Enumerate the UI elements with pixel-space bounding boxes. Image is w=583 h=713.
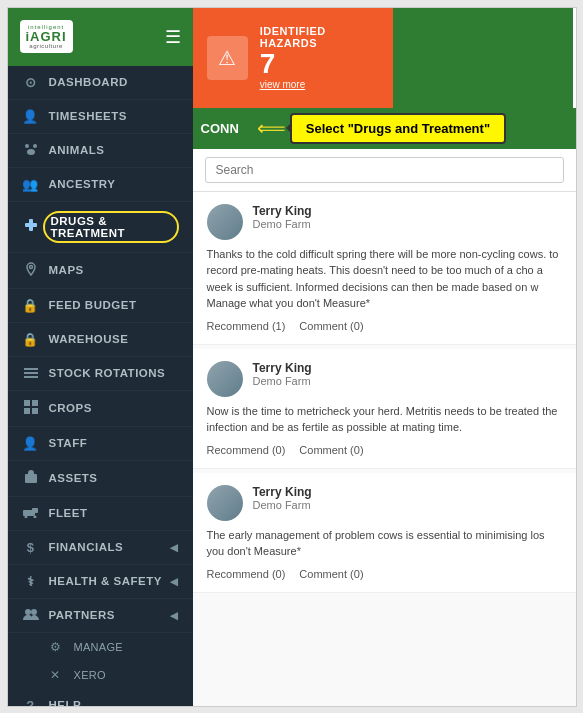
sidebar-item-maps[interactable]: MAPS (8, 253, 193, 289)
sidebar-item-label: FINANCIALS (49, 541, 124, 553)
svg-point-0 (25, 144, 29, 148)
sidebar-item-financials[interactable]: $ FINANCIALS ◀ (8, 531, 193, 565)
sidebar-item-label: MAPS (49, 264, 84, 276)
ancestry-icon: 👥 (22, 177, 40, 192)
sidebar-item-label: WAREHOUSE (49, 333, 129, 345)
sidebar-item-partners[interactable]: PARTNERS ◀ (8, 599, 193, 633)
sidebar-sub-item-xero[interactable]: ✕ XERO (8, 661, 193, 689)
sidebar-item-animals[interactable]: ANIMALS (8, 134, 193, 168)
sidebar-item-label: ANIMALS (49, 144, 105, 156)
tooltip-area: ⟸ Select "Drugs and Treatment" (247, 113, 512, 144)
avatar-image (207, 361, 243, 397)
hazard-count: 7 (260, 49, 379, 80)
sidebar-item-label: TIMESHEETS (49, 110, 127, 122)
timesheets-icon: 👤 (22, 109, 40, 124)
hazard-icon: ⚠ (218, 46, 236, 70)
sidebar-item-crops[interactable]: CROPS (8, 391, 193, 427)
sidebar-item-fleet[interactable]: FLEET (8, 497, 193, 531)
logo: intelligent iAGRI agriculture (20, 20, 73, 53)
feed-item: Terry King Demo Farm Now is the time to … (193, 349, 576, 469)
hazard-title: IDENTIFIED HAZARDS (260, 25, 379, 49)
feed-user-name: Terry King (253, 485, 312, 499)
feed-item-header: Terry King Demo Farm (207, 485, 562, 521)
sidebar-item-stock-rotations[interactable]: STOCK ROTATIONS (8, 357, 193, 391)
top-cards: ⚠ IDENTIFIED HAZARDS 7 view more (193, 8, 576, 108)
svg-rect-9 (24, 400, 30, 406)
svg-point-1 (33, 144, 37, 148)
sidebar-item-warehouse[interactable]: 🔒 WAREHOUSE (8, 323, 193, 357)
svg-rect-13 (25, 474, 37, 483)
chevron-right-icon-2: ◀ (170, 576, 179, 587)
svg-rect-4 (25, 223, 37, 227)
sidebar-item-timesheets[interactable]: 👤 TIMESHEETS (8, 100, 193, 134)
avatar (207, 204, 243, 240)
comment-button[interactable]: Comment (0) (299, 320, 363, 332)
partners-icon (22, 608, 40, 623)
recommend-button[interactable]: Recommend (0) (207, 568, 286, 580)
comment-button[interactable]: Comment (0) (299, 568, 363, 580)
sidebar-item-label: CROPS (49, 402, 92, 414)
sidebar-item-help[interactable]: ? HELP (8, 689, 193, 706)
hamburger-icon[interactable]: ☰ (165, 26, 181, 48)
sidebar-item-staff[interactable]: 👤 STAFF (8, 427, 193, 461)
search-input[interactable] (205, 157, 564, 183)
hazard-icon-box: ⚠ (207, 36, 248, 80)
feed-farm-name: Demo Farm (253, 218, 312, 230)
animals-icon (22, 143, 40, 158)
avatar (207, 485, 243, 521)
financials-icon: $ (22, 540, 40, 555)
avatar-image (207, 204, 243, 240)
sidebar-item-feed-budget[interactable]: 🔒 FEED BUDGET (8, 289, 193, 323)
sidebar-item-label: FLEET (49, 507, 88, 519)
xero-icon: ✕ (50, 668, 66, 682)
green-card (393, 8, 573, 108)
hazard-info: IDENTIFIED HAZARDS 7 view more (260, 25, 379, 91)
manage-icon: ⚙ (50, 640, 66, 654)
conn-label: CONN (201, 121, 239, 136)
sidebar-sub-item-manage[interactable]: ⚙ MANAGE (8, 633, 193, 661)
feed-user-name: Terry King (253, 361, 312, 375)
drugs-icon (22, 218, 40, 235)
sidebar-item-assets[interactable]: ASSETS (8, 461, 193, 497)
view-more-link[interactable]: view more (260, 79, 379, 90)
warehouse-icon: 🔒 (22, 332, 40, 347)
sidebar-item-label: ASSETS (49, 472, 98, 484)
svg-rect-8 (24, 376, 38, 378)
feed-text: Now is the time to metricheck your herd.… (207, 403, 562, 436)
avatar (207, 361, 243, 397)
feed-user-info: Terry King Demo Farm (253, 204, 312, 230)
sidebar-item-label: HELP (49, 699, 82, 706)
health-safety-icon: ⚕ (22, 574, 40, 589)
feed-text: The early management of problem cows is … (207, 527, 562, 560)
sidebar-item-health-safety[interactable]: ⚕ HEALTH & SAFETY ◀ (8, 565, 193, 599)
sidebar-item-drugs-treatment[interactable]: DRUGS & TREATMENT (8, 202, 193, 253)
recommend-button[interactable]: Recommend (0) (207, 444, 286, 456)
sidebar-item-label: DRUGS & TREATMENT (43, 211, 179, 243)
feed-actions: Recommend (0) Comment (0) (207, 444, 562, 456)
feed-user-name: Terry King (253, 204, 312, 218)
comment-button[interactable]: Comment (0) (299, 444, 363, 456)
sidebar-item-ancestry[interactable]: 👥 ANCESTRY (8, 168, 193, 202)
svg-rect-10 (32, 400, 38, 406)
recommend-button[interactable]: Recommend (1) (207, 320, 286, 332)
feed-list: Terry King Demo Farm Thanks to the cold … (193, 192, 576, 706)
feed-farm-name: Demo Farm (253, 499, 312, 511)
dashboard-icon: ⊙ (22, 75, 40, 90)
svg-point-18 (25, 609, 31, 615)
sidebar: intelligent iAGRI agriculture ☰ ⊙ DASHBO… (8, 8, 193, 706)
main-content: ⚠ IDENTIFIED HAZARDS 7 view more CONN ⟸ … (193, 8, 576, 706)
avatar-image (207, 485, 243, 521)
sidebar-item-label: MANAGE (74, 641, 123, 653)
sidebar-item-label: STOCK ROTATIONS (49, 367, 166, 379)
maps-icon (22, 262, 40, 279)
sidebar-header: intelligent iAGRI agriculture ☰ (8, 8, 193, 66)
staff-icon: 👤 (22, 436, 40, 451)
svg-point-2 (27, 149, 35, 155)
svg-rect-12 (32, 408, 38, 414)
feed-user-info: Terry King Demo Farm (253, 361, 312, 387)
sidebar-item-dashboard[interactable]: ⊙ DASHBOARD (8, 66, 193, 100)
sidebar-item-label: STAFF (49, 437, 88, 449)
sidebar-item-label: HEALTH & SAFETY (49, 575, 162, 587)
conn-tooltip-row: CONN ⟸ Select "Drugs and Treatment" (193, 108, 576, 149)
stock-rotations-icon (22, 366, 40, 381)
